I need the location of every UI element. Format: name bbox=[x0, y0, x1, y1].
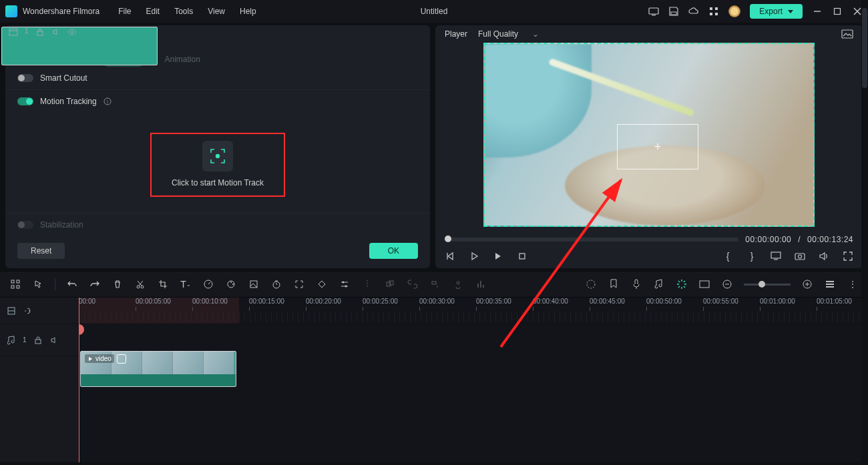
subtab-animation[interactable]: Animation bbox=[160, 52, 204, 67]
music-icon[interactable] bbox=[653, 278, 665, 290]
menu-edit[interactable]: Edit bbox=[146, 7, 160, 16]
prev-frame-icon[interactable] bbox=[445, 251, 455, 262]
lock-layout-icon[interactable] bbox=[7, 306, 16, 316]
video-clip[interactable]: video bbox=[80, 351, 236, 387]
track-visible-icon[interactable] bbox=[67, 27, 77, 37]
info-icon[interactable]: i bbox=[103, 97, 112, 105]
green-screen-icon[interactable] bbox=[248, 278, 260, 290]
delete-icon[interactable] bbox=[112, 278, 124, 290]
player-label: Player bbox=[445, 29, 467, 39]
audio-detach-icon[interactable] bbox=[429, 278, 441, 290]
color-icon[interactable] bbox=[225, 278, 237, 290]
svg-rect-8 bbox=[835, 9, 841, 15]
camera-icon[interactable] bbox=[795, 251, 805, 262]
ruler[interactable]: 00:0000:00:05:0000:00:10:0000:00:15:0000… bbox=[79, 298, 868, 324]
fullscreen-icon[interactable] bbox=[843, 251, 853, 262]
vertical-scrollbar[interactable] bbox=[861, 0, 868, 465]
track-mute-icon[interactable] bbox=[51, 27, 61, 37]
track-lock-icon[interactable] bbox=[35, 27, 45, 37]
marker-split-icon[interactable] bbox=[361, 278, 373, 290]
quality-selector[interactable]: Full Quality ⌄ bbox=[478, 29, 539, 39]
cut-icon[interactable] bbox=[134, 278, 146, 290]
svg-rect-57 bbox=[37, 31, 43, 35]
crop-icon[interactable] bbox=[157, 278, 169, 290]
cloud-icon[interactable] bbox=[688, 6, 699, 17]
zoom-slider[interactable] bbox=[744, 284, 791, 286]
volume-icon[interactable] bbox=[819, 251, 829, 262]
window-maximize-icon[interactable] bbox=[832, 6, 843, 17]
svg-rect-59 bbox=[35, 340, 41, 344]
audio-mix-icon[interactable] bbox=[475, 278, 487, 290]
window-minimize-icon[interactable] bbox=[812, 6, 823, 17]
display-icon[interactable] bbox=[771, 251, 781, 262]
menu-file[interactable]: File bbox=[118, 7, 131, 16]
main-menu: File Edit Tools View Help bbox=[118, 7, 256, 16]
link-icon[interactable] bbox=[407, 278, 419, 290]
video-track-number: 1 bbox=[25, 27, 29, 35]
render-icon[interactable] bbox=[585, 278, 597, 290]
app-name: Wondershare Filmora bbox=[23, 7, 99, 16]
start-motion-track-button[interactable] bbox=[202, 141, 233, 171]
voiceover-icon[interactable] bbox=[452, 278, 464, 290]
export-button-label: Export bbox=[759, 7, 783, 16]
menu-tools[interactable]: Tools bbox=[174, 7, 193, 16]
list-icon[interactable] bbox=[824, 278, 836, 290]
mark-in-icon[interactable]: { bbox=[722, 251, 733, 262]
apps-icon[interactable] bbox=[708, 6, 719, 17]
zoom-in-icon[interactable] bbox=[801, 278, 813, 290]
mark-out-icon[interactable]: } bbox=[746, 251, 757, 262]
speed-icon[interactable] bbox=[202, 278, 214, 290]
svg-rect-16 bbox=[519, 254, 525, 259]
play-icon[interactable] bbox=[469, 251, 479, 262]
smart-cutout-toggle[interactable] bbox=[17, 74, 33, 82]
keyframe-icon[interactable] bbox=[316, 278, 328, 290]
track-motion-icon[interactable] bbox=[293, 278, 305, 290]
ruler-tick: 00:00:35:00 bbox=[476, 298, 511, 305]
ok-button[interactable]: OK bbox=[369, 243, 418, 259]
save-icon[interactable] bbox=[668, 6, 679, 17]
ruler-tick: 00:00:55:00 bbox=[703, 298, 738, 305]
grid-icon[interactable] bbox=[9, 278, 21, 290]
user-avatar[interactable] bbox=[728, 5, 740, 17]
motion-tracking-toggle[interactable] bbox=[17, 97, 33, 105]
link-track-icon[interactable] bbox=[23, 306, 32, 316]
duration-icon[interactable] bbox=[270, 278, 282, 290]
text-icon[interactable]: T⌄ bbox=[180, 278, 192, 290]
tracks-area[interactable]: 00:0000:00:05:0000:00:10:0000:00:15:0000… bbox=[79, 298, 868, 462]
svg-rect-23 bbox=[11, 286, 14, 288]
svg-rect-17 bbox=[771, 252, 781, 258]
device-icon[interactable] bbox=[648, 6, 659, 17]
pointer-icon[interactable] bbox=[32, 278, 44, 290]
redo-icon[interactable] bbox=[89, 278, 101, 290]
svg-point-35 bbox=[343, 282, 345, 284]
snapshot-icon[interactable] bbox=[841, 29, 853, 39]
menu-view[interactable]: View bbox=[208, 7, 225, 16]
stop-icon[interactable] bbox=[517, 251, 527, 262]
menu-help[interactable]: Help bbox=[240, 7, 256, 16]
svg-point-42 bbox=[587, 280, 595, 288]
svg-point-58 bbox=[71, 31, 73, 33]
aspect-icon[interactable] bbox=[698, 278, 710, 290]
svg-rect-24 bbox=[17, 286, 19, 288]
marker-icon[interactable] bbox=[608, 278, 620, 290]
playback-scrubber[interactable] bbox=[445, 238, 738, 242]
ruler-tick: 00:01:05:00 bbox=[817, 298, 852, 305]
preview-canvas[interactable]: + bbox=[483, 43, 815, 227]
group-icon[interactable] bbox=[384, 278, 396, 290]
adjust-icon[interactable] bbox=[339, 278, 351, 290]
audio-mute-icon[interactable] bbox=[49, 336, 59, 345]
more-icon[interactable]: ⋮ bbox=[847, 278, 859, 290]
export-button[interactable]: Export bbox=[750, 4, 803, 19]
zoom-out-icon[interactable] bbox=[721, 278, 733, 290]
ai-enhance-icon[interactable] bbox=[676, 278, 688, 290]
audio-lock-icon[interactable] bbox=[33, 336, 43, 345]
motion-track-highlight: Click to start Motion Track bbox=[150, 133, 285, 197]
reset-button[interactable]: Reset bbox=[17, 243, 65, 259]
clip-fx-icon bbox=[117, 354, 126, 364]
motion-track-target[interactable]: + bbox=[617, 124, 698, 169]
playhead[interactable] bbox=[79, 298, 79, 462]
svg-point-25 bbox=[137, 286, 140, 288]
undo-icon[interactable] bbox=[66, 278, 78, 290]
mic-icon[interactable] bbox=[630, 278, 642, 290]
play-all-icon[interactable] bbox=[493, 251, 503, 262]
